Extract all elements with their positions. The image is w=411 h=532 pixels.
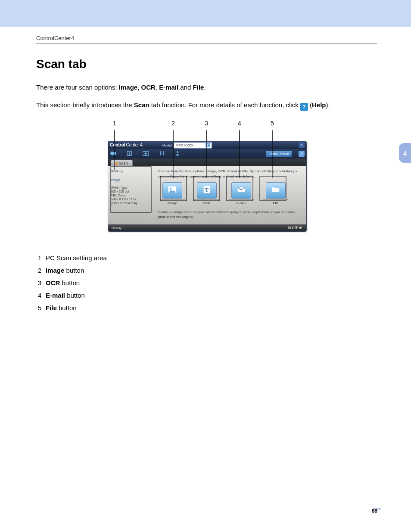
text: This section briefly introduces the — [36, 101, 134, 109]
scan-image-button[interactable]: Image — [160, 182, 185, 205]
scan-description: Scans an image and runs your pre-selecte… — [158, 210, 303, 219]
legend-text: PC Scan setting area — [46, 254, 107, 261]
separator-icon — [154, 151, 154, 156]
scan-ocr-label: OCR — [194, 199, 219, 205]
page-title: Scan tab — [36, 56, 377, 72]
svg-marker-5 — [110, 151, 116, 156]
setting-size-mm: (215.9 x 279.4 mm) — [111, 201, 152, 205]
close-button[interactable]: × — [299, 142, 305, 148]
settings-nav-icon[interactable] — [159, 151, 165, 158]
svg-point-11 — [163, 153, 164, 154]
svg-point-14 — [170, 188, 172, 190]
tab-label: Scan — [119, 161, 128, 165]
status-bar: Ready brother — [108, 224, 306, 231]
document-nav-icon[interactable] — [127, 151, 132, 158]
legend-text: button — [60, 279, 80, 286]
chevron-down-icon: ▾ — [206, 143, 210, 147]
model-value: MFC-XXXX — [176, 143, 193, 148]
support-nav-icon[interactable] — [175, 151, 180, 158]
chapter-tab: 4 — [399, 143, 411, 163]
figure-legend-list: PC Scan setting area Image button OCR bu… — [38, 253, 377, 312]
ocr-icon: T — [202, 185, 212, 196]
callout-3: 3 — [205, 119, 208, 128]
callout-lines-icon — [108, 131, 306, 141]
figure-callout-numbers: 1 2 3 4 5 — [108, 119, 306, 131]
page-number: 88 — [372, 507, 377, 515]
legend-item-3: OCR button — [38, 278, 377, 287]
brother-logo: brother — [288, 225, 303, 231]
text: , — [156, 84, 159, 91]
separator-icon — [137, 151, 137, 156]
brand-text-2: Center 4 — [126, 142, 143, 148]
legend-text: button — [64, 267, 84, 274]
intro-paragraph-2: This section briefly introduces the Scan… — [36, 100, 377, 111]
setting-filetype: JPEG (*.jpg) — [111, 186, 152, 190]
brand-text-1: Control — [110, 142, 125, 148]
setting-size: Letter 8 1/2 x 11 in — [111, 197, 152, 201]
settings-heading: Settings — [111, 169, 152, 174]
legend-bold: Image — [46, 267, 64, 274]
email-icon — [237, 185, 246, 196]
page-top-band — [0, 0, 411, 27]
app-titlebar: Control Center 4 Model MFC-XXXX ▾ × — [108, 141, 306, 149]
svg-text:T: T — [205, 187, 209, 193]
help-button[interactable]: ? — [299, 151, 305, 157]
tab-scan[interactable]: Scan — [111, 160, 133, 167]
status-text: Ready — [112, 226, 121, 230]
scan-settings-panel: Settings Image JPEG (*.jpg) 300 x 300 dp… — [108, 166, 155, 224]
text: tab function. For more details of each f… — [149, 101, 300, 109]
svg-point-12 — [177, 151, 178, 153]
app-toolbar: Configuration ? — [108, 149, 306, 159]
separator-icon — [121, 151, 121, 156]
scan-file-button[interactable]: File — [263, 182, 288, 205]
intro-paragraph-1: There are four scan options: Image, OCR,… — [36, 83, 377, 92]
legend-item-5: File button — [38, 303, 377, 312]
text: ). — [326, 101, 330, 109]
legend-bold: OCR — [46, 279, 60, 286]
help-word: Help — [312, 101, 326, 109]
svg-point-10 — [160, 152, 162, 154]
option-email: E-mail — [159, 84, 178, 91]
callout-1: 1 — [113, 119, 116, 128]
callout-5: 5 — [271, 119, 274, 128]
text: There are four scan options: — [36, 84, 119, 91]
rule — [36, 43, 377, 44]
setting-resolution: 300 x 300 dpi — [111, 190, 152, 193]
scan-ocr-button[interactable]: T OCR — [194, 182, 219, 205]
scan-email-label: E-mail — [229, 199, 254, 205]
help-icon: ? — [300, 103, 308, 111]
callout-2: 2 — [171, 119, 175, 128]
scan-nav-icon[interactable] — [110, 151, 116, 158]
legend-text: button — [65, 292, 85, 299]
model-label: Model — [162, 143, 172, 148]
legend-bold: E-mail — [46, 292, 65, 299]
callout-4: 4 — [238, 119, 241, 128]
svg-point-9 — [145, 152, 147, 155]
app-window: Control Center 4 Model MFC-XXXX ▾ × — [108, 141, 307, 232]
photo-nav-icon[interactable] — [143, 151, 149, 158]
legend-bold: File — [46, 304, 57, 311]
scan-image-label: Image — [160, 199, 185, 205]
legend-item-2: Image button — [38, 266, 377, 275]
model-select[interactable]: MFC-XXXX ▾ — [174, 142, 212, 149]
option-file: File — [193, 84, 204, 91]
svg-rect-7 — [129, 152, 130, 155]
legend-item-1: PC Scan setting area — [38, 253, 377, 262]
tab-row: Scan — [108, 159, 306, 166]
text: . — [204, 84, 206, 91]
tab-marker-icon — [115, 162, 118, 165]
folder-icon — [271, 185, 280, 196]
breadcrumb: ControlCenter4 — [36, 34, 377, 42]
legend-item-4: E-mail button — [38, 291, 377, 300]
option-ocr: OCR — [141, 84, 155, 91]
figure: 1 2 3 4 5 Control Center 4 Model — [108, 119, 306, 232]
legend-text: button — [57, 304, 77, 311]
text: and — [178, 84, 193, 91]
settings-image-label: Image — [111, 177, 152, 182]
setting-color: 24bit Color — [111, 193, 152, 197]
scan-email-button[interactable]: E-mail — [229, 182, 254, 205]
scan-file-label: File — [263, 199, 288, 205]
separator-icon — [170, 151, 170, 156]
configuration-button[interactable]: Configuration — [266, 151, 292, 157]
scan-word: Scan — [134, 101, 149, 109]
